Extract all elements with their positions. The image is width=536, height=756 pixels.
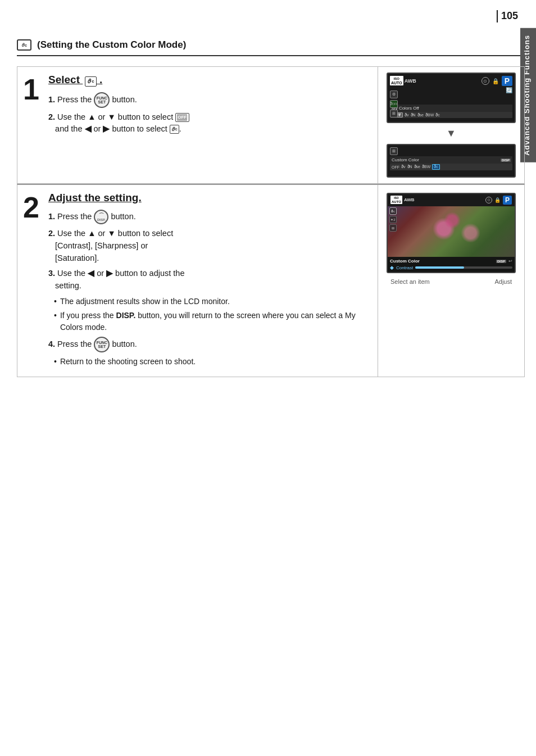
custom-c-icon: ϑc — [170, 125, 179, 134]
camera-screen-3: ISOAUTO AWB ⊙ 🔒 P — [387, 193, 516, 273]
step-2-instruction-4: 4. Press the FUNCSET button. — [48, 337, 372, 352]
step-2-instruction-2: 2. Use the ▲ or ▼ button to select [Cont… — [48, 228, 372, 264]
step-1-images: ISOAUTO AWB ⊙ 🔒 P 🔄 ⚙ — [378, 67, 524, 183]
step-1-content: Select ϑc . 1. Press the FUNCSET button.… — [48, 67, 378, 183]
step-1-instruction-1: 1. Press the FUNCSET button. — [48, 92, 372, 108]
step-2-container: 2 Adjust the setting. 1. Press the ⌒ DIS… — [17, 184, 525, 377]
step-2-instruction-1: 1. Press the ⌒ DISP. button. — [48, 210, 372, 224]
step-2-instruction-3: 3. Use the ◀ or ▶ button to adjust the s… — [48, 268, 372, 292]
caption-select: Select an item — [390, 278, 430, 285]
step-2-number: 2 — [17, 185, 48, 377]
step-1-title: Select ϑc . — [48, 74, 372, 87]
step-2-bullet-1: • The adjustment results show in the LCD… — [54, 296, 372, 307]
step-2-title: Adjust the setting. — [48, 192, 372, 204]
step-1-container: 1 Select ϑc . 1. Press the FUNCSET butto… — [17, 66, 525, 184]
step-1-instruction-2: 2. Use the ▲ or ▼ button to select OFF a… — [48, 111, 372, 136]
caption-adjust: Adjust — [494, 278, 512, 285]
page-title: ϑc (Setting the Custom Color Mode) — [17, 39, 525, 56]
func-set-button-1: FUNCSET — [94, 92, 110, 108]
step-1-instr-1-num: 1. — [48, 94, 55, 103]
step-2-images: ISOAUTO AWB ⊙ 🔒 P — [378, 185, 524, 377]
step-2-bullet-2: • If you press the DISP. button, you wil… — [54, 310, 372, 333]
page-title-text: (Setting the Custom Color Mode) — [37, 39, 186, 51]
disp-button: ⌒ DISP. — [94, 210, 108, 224]
step-1-number: 1 — [17, 67, 48, 183]
func-set-button-2: FUNCSET — [94, 337, 110, 352]
off-icon: OFF — [175, 113, 189, 122]
camera-screen-1: ISOAUTO AWB ⊙ 🔒 P 🔄 ⚙ — [387, 73, 516, 123]
step-2-bullet-3: • Return to the shooting screen to shoot… — [54, 356, 372, 368]
custom-color-icon: ϑc — [17, 39, 31, 51]
screen-captions: Select an item Adjust — [389, 278, 513, 285]
page-number: 105 — [497, 10, 518, 22]
step-1-instr-2-num: 2. — [48, 112, 55, 121]
step-1-arrow: ▼ — [446, 128, 456, 139]
custom-color-select-icon: ϑc — [85, 76, 96, 87]
step-2-content: Adjust the setting. 1. Press the ⌒ DISP.… — [48, 185, 378, 377]
camera-screen-2: ⊞ Custom Color DISP OFF ϑv ϑN ϑse ϑBW ϑc — [387, 144, 516, 178]
